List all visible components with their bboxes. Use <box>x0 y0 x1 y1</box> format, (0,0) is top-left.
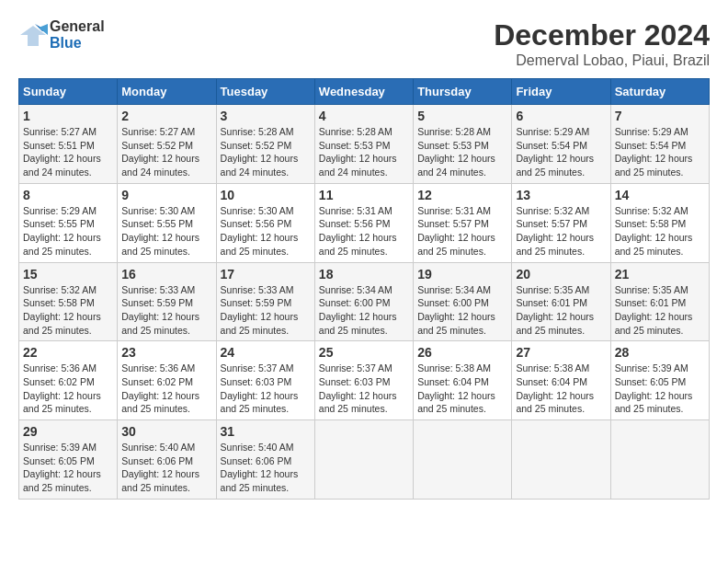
day-number: 10 <box>221 188 311 202</box>
logo-bird-icon <box>18 20 48 50</box>
day-number: 31 <box>221 424 311 439</box>
header-cell-saturday: Saturday <box>610 79 709 105</box>
day-cell: 14Sunrise: 5:32 AMSunset: 5:58 PMDayligh… <box>610 183 709 262</box>
cell-content: Sunrise: 5:34 AMSunset: 6:00 PMDaylight:… <box>319 283 409 338</box>
day-cell: 22Sunrise: 5:36 AMSunset: 6:02 PMDayligh… <box>19 341 118 420</box>
day-number: 14 <box>615 188 705 202</box>
day-cell: 19Sunrise: 5:34 AMSunset: 6:00 PMDayligh… <box>414 262 512 341</box>
cell-content: Sunrise: 5:38 AMSunset: 6:04 PMDaylight:… <box>417 362 507 416</box>
day-number: 24 <box>221 345 311 360</box>
day-cell: 1Sunrise: 5:27 AMSunset: 5:51 PMDaylight… <box>19 105 118 184</box>
cell-content: Sunrise: 5:37 AMSunset: 6:03 PMDaylight:… <box>319 362 409 416</box>
header-cell-friday: Friday <box>512 79 610 105</box>
cell-content: Sunrise: 5:32 AMSunset: 5:57 PMDaylight:… <box>516 204 606 259</box>
header-cell-sunday: Sunday <box>19 79 118 105</box>
logo-blue: Blue <box>50 35 82 51</box>
day-cell <box>314 420 413 500</box>
day-number: 20 <box>516 267 606 282</box>
day-number: 12 <box>417 188 507 202</box>
cell-content: Sunrise: 5:29 AMSunset: 5:55 PMDaylight:… <box>23 204 113 259</box>
day-cell: 4Sunrise: 5:28 AMSunset: 5:53 PMDaylight… <box>314 105 413 184</box>
day-number: 19 <box>417 267 507 282</box>
day-number: 8 <box>23 188 113 202</box>
day-number: 26 <box>417 345 507 360</box>
week-row-4: 22Sunrise: 5:36 AMSunset: 6:02 PMDayligh… <box>19 341 710 420</box>
header-cell-wednesday: Wednesday <box>314 79 413 105</box>
day-number: 9 <box>121 188 211 202</box>
day-number: 27 <box>516 345 606 360</box>
day-cell <box>610 420 709 500</box>
day-number: 4 <box>319 109 409 123</box>
cell-content: Sunrise: 5:35 AMSunset: 6:01 PMDaylight:… <box>615 283 705 338</box>
cell-content: Sunrise: 5:33 AMSunset: 5:59 PMDaylight:… <box>121 283 211 338</box>
cell-content: Sunrise: 5:36 AMSunset: 6:02 PMDaylight:… <box>23 362 113 416</box>
day-cell: 26Sunrise: 5:38 AMSunset: 6:04 PMDayligh… <box>414 341 512 420</box>
day-number: 7 <box>615 109 705 123</box>
day-number: 15 <box>23 267 113 282</box>
logo-general: General <box>50 18 105 34</box>
day-number: 25 <box>319 345 409 360</box>
cell-content: Sunrise: 5:39 AMSunset: 6:05 PMDaylight:… <box>615 362 705 416</box>
day-cell: 12Sunrise: 5:31 AMSunset: 5:57 PMDayligh… <box>414 183 512 262</box>
day-cell: 11Sunrise: 5:31 AMSunset: 5:56 PMDayligh… <box>314 183 413 262</box>
calendar-table: SundayMondayTuesdayWednesdayThursdayFrid… <box>18 78 710 500</box>
cell-content: Sunrise: 5:36 AMSunset: 6:02 PMDaylight:… <box>121 362 211 416</box>
cell-content: Sunrise: 5:28 AMSunset: 5:53 PMDaylight:… <box>319 125 409 179</box>
month-title: December 2024 <box>494 18 710 52</box>
day-number: 29 <box>23 424 113 439</box>
week-row-3: 15Sunrise: 5:32 AMSunset: 5:58 PMDayligh… <box>19 262 710 341</box>
day-cell: 7Sunrise: 5:29 AMSunset: 5:54 PMDaylight… <box>610 105 709 184</box>
day-number: 21 <box>615 267 705 282</box>
cell-content: Sunrise: 5:28 AMSunset: 5:53 PMDaylight:… <box>417 125 507 179</box>
day-cell: 27Sunrise: 5:38 AMSunset: 6:04 PMDayligh… <box>512 341 610 420</box>
day-number: 28 <box>615 345 705 360</box>
cell-content: Sunrise: 5:29 AMSunset: 5:54 PMDaylight:… <box>615 125 705 179</box>
cell-content: Sunrise: 5:40 AMSunset: 6:06 PMDaylight:… <box>221 441 311 495</box>
day-cell <box>414 420 512 500</box>
header-cell-thursday: Thursday <box>414 79 512 105</box>
week-row-2: 8Sunrise: 5:29 AMSunset: 5:55 PMDaylight… <box>19 183 710 262</box>
day-number: 1 <box>23 109 113 123</box>
day-cell: 31Sunrise: 5:40 AMSunset: 6:06 PMDayligh… <box>216 420 314 500</box>
logo: General Blue <box>18 18 105 52</box>
day-cell <box>512 420 610 500</box>
cell-content: Sunrise: 5:39 AMSunset: 6:05 PMDaylight:… <box>23 441 113 495</box>
cell-content: Sunrise: 5:35 AMSunset: 6:01 PMDaylight:… <box>516 283 606 338</box>
cell-content: Sunrise: 5:28 AMSunset: 5:52 PMDaylight:… <box>221 125 311 179</box>
cell-content: Sunrise: 5:27 AMSunset: 5:51 PMDaylight:… <box>23 125 113 179</box>
week-row-1: 1Sunrise: 5:27 AMSunset: 5:51 PMDaylight… <box>19 105 710 184</box>
day-cell: 24Sunrise: 5:37 AMSunset: 6:03 PMDayligh… <box>216 341 314 420</box>
week-row-5: 29Sunrise: 5:39 AMSunset: 6:05 PMDayligh… <box>19 420 710 500</box>
title-area: December 2024 Demerval Lobao, Piaui, Bra… <box>494 18 710 69</box>
cell-content: Sunrise: 5:29 AMSunset: 5:54 PMDaylight:… <box>516 125 606 179</box>
day-number: 17 <box>221 267 311 282</box>
cell-content: Sunrise: 5:38 AMSunset: 6:04 PMDaylight:… <box>516 362 606 416</box>
day-cell: 23Sunrise: 5:36 AMSunset: 6:02 PMDayligh… <box>118 341 216 420</box>
cell-content: Sunrise: 5:27 AMSunset: 5:52 PMDaylight:… <box>121 125 211 179</box>
cell-content: Sunrise: 5:33 AMSunset: 5:59 PMDaylight:… <box>221 283 311 338</box>
day-cell: 8Sunrise: 5:29 AMSunset: 5:55 PMDaylight… <box>19 183 118 262</box>
day-cell: 30Sunrise: 5:40 AMSunset: 6:06 PMDayligh… <box>118 420 216 500</box>
calendar-body: 1Sunrise: 5:27 AMSunset: 5:51 PMDaylight… <box>19 105 710 500</box>
day-cell: 21Sunrise: 5:35 AMSunset: 6:01 PMDayligh… <box>610 262 709 341</box>
cell-content: Sunrise: 5:30 AMSunset: 5:55 PMDaylight:… <box>121 204 211 259</box>
day-number: 16 <box>121 267 211 282</box>
header-cell-tuesday: Tuesday <box>216 79 314 105</box>
day-cell: 28Sunrise: 5:39 AMSunset: 6:05 PMDayligh… <box>610 341 709 420</box>
day-number: 13 <box>516 188 606 202</box>
day-cell: 17Sunrise: 5:33 AMSunset: 5:59 PMDayligh… <box>216 262 314 341</box>
day-number: 3 <box>221 109 311 123</box>
day-number: 5 <box>417 109 507 123</box>
cell-content: Sunrise: 5:31 AMSunset: 5:56 PMDaylight:… <box>319 204 409 259</box>
day-cell: 10Sunrise: 5:30 AMSunset: 5:56 PMDayligh… <box>216 183 314 262</box>
header: General Blue December 2024 Demerval Loba… <box>18 18 710 69</box>
day-cell: 13Sunrise: 5:32 AMSunset: 5:57 PMDayligh… <box>512 183 610 262</box>
day-cell: 3Sunrise: 5:28 AMSunset: 5:52 PMDaylight… <box>216 105 314 184</box>
cell-content: Sunrise: 5:30 AMSunset: 5:56 PMDaylight:… <box>221 204 311 259</box>
cell-content: Sunrise: 5:40 AMSunset: 6:06 PMDaylight:… <box>121 441 211 495</box>
day-number: 18 <box>319 267 409 282</box>
day-cell: 16Sunrise: 5:33 AMSunset: 5:59 PMDayligh… <box>118 262 216 341</box>
day-number: 2 <box>121 109 211 123</box>
location-title: Demerval Lobao, Piaui, Brazil <box>494 52 710 69</box>
day-cell: 18Sunrise: 5:34 AMSunset: 6:00 PMDayligh… <box>314 262 413 341</box>
